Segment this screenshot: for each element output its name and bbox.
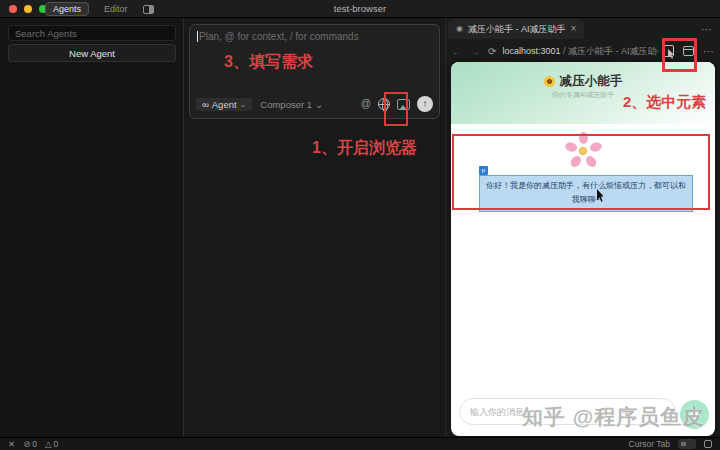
- mention-context-icon[interactable]: @: [361, 99, 371, 109]
- zhihu-watermark: 知乎 @程序员鱼皮: [522, 403, 704, 431]
- panel-layout-icon[interactable]: [143, 5, 154, 14]
- cursor-tab-label[interactable]: Cursor Tab: [629, 439, 670, 449]
- reload-icon[interactable]: ⟳: [488, 46, 496, 57]
- annotation-step3: 3、填写需求: [224, 52, 313, 73]
- close-window-button[interactable]: [9, 5, 17, 13]
- navbar-more-icon[interactable]: ⋯: [703, 45, 714, 58]
- app-window: Agents Editor test-browser New Agent Pla…: [0, 0, 720, 450]
- tab-editor[interactable]: Editor: [97, 3, 135, 15]
- infinity-icon: ∞: [202, 99, 209, 110]
- tab-favicon-icon: ◉: [456, 25, 463, 33]
- tab-close-icon[interactable]: ×: [571, 24, 577, 34]
- notifications-icon[interactable]: [704, 440, 712, 448]
- new-agent-button[interactable]: New Agent: [8, 44, 176, 62]
- back-icon[interactable]: ←: [452, 46, 462, 57]
- browser-tab-title: 减压小能手 - AI减压助手: [468, 23, 566, 36]
- window-controls: [9, 5, 47, 13]
- search-agents-input[interactable]: [8, 25, 176, 41]
- chevron-down-icon: ⌄: [315, 99, 323, 110]
- webpage-card: 减压小能手 你的专属AI减压助手 p 你好！我是你的减压助手，有什么烦恼或压力，…: [451, 62, 715, 436]
- annotation-step1: 1、开启浏览器: [312, 138, 417, 159]
- annotation-box-selected-message: [452, 134, 710, 210]
- agents-sidebar: New Agent: [0, 18, 184, 437]
- browser-tab[interactable]: ◉ 减压小能手 - AI减压助手 ×: [448, 19, 584, 39]
- browser-panel: ◉ 减压小能手 - AI减压助手 × ⋯ ← → ⟳ localhost:300…: [445, 18, 720, 437]
- sunflower-emoji-icon: [544, 76, 555, 87]
- tab-agents[interactable]: Agents: [45, 2, 89, 16]
- url-host: localhost:3001: [502, 46, 560, 56]
- url-path: / 减压小能手 - AI减压助手: [560, 46, 658, 56]
- annotation-box-select-element: [662, 38, 697, 72]
- titlebar: Agents Editor test-browser: [0, 0, 720, 18]
- tabbar-more-icon[interactable]: ⋯: [701, 23, 712, 36]
- annotation-step2: 2、选中元素: [623, 93, 706, 112]
- text-caret: [197, 31, 198, 42]
- errors-indicator[interactable]: ⊘ 0: [23, 439, 37, 449]
- minimize-window-button[interactable]: [24, 5, 32, 13]
- tab-toggle-icon[interactable]: [678, 439, 696, 449]
- page-title: 减压小能手: [560, 73, 623, 90]
- browser-tabbar: ◉ 减压小能手 - AI减压助手 × ⋯: [446, 18, 720, 40]
- error-icon: ⊘: [23, 439, 30, 449]
- chevron-down-icon: ⌄: [240, 100, 247, 109]
- warning-icon: △: [45, 439, 52, 449]
- composer-panel: Plan, @ for context, / for commands ∞ Ag…: [185, 18, 445, 437]
- composer-placeholder: Plan, @ for context, / for commands: [199, 31, 359, 42]
- warnings-indicator[interactable]: △ 0: [45, 439, 58, 449]
- send-button[interactable]: ↑: [417, 96, 433, 112]
- remote-icon[interactable]: ✕: [8, 439, 15, 449]
- annotation-box-open-browser: [384, 92, 408, 126]
- composer-selector[interactable]: Composer 1 ⌄: [260, 99, 323, 110]
- address-bar[interactable]: localhost:3001 / 减压小能手 - AI减压助手: [502, 45, 658, 58]
- agent-mode-dropdown[interactable]: ∞ Agent ⌄: [196, 98, 252, 111]
- forward-icon[interactable]: →: [470, 46, 480, 57]
- statusbar: ✕ ⊘ 0 △ 0 Cursor Tab: [0, 437, 720, 450]
